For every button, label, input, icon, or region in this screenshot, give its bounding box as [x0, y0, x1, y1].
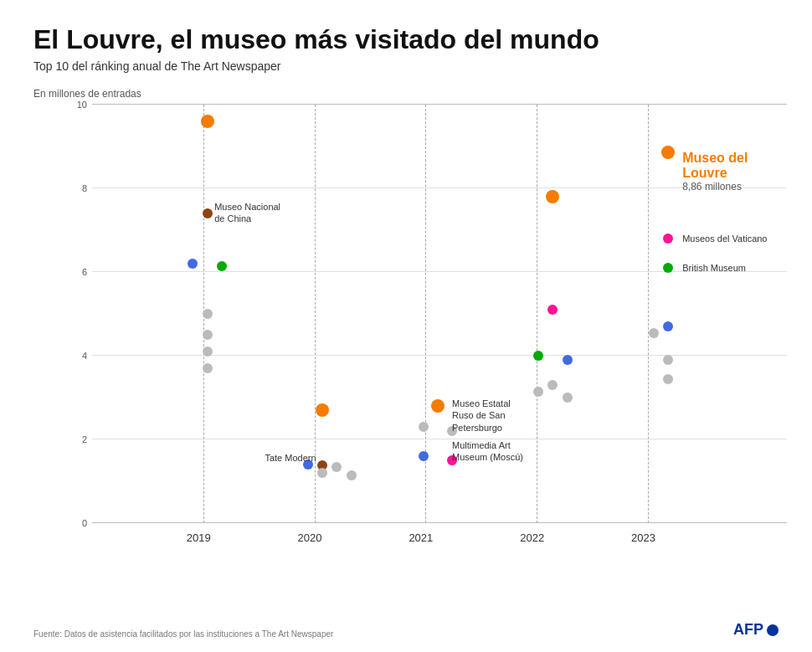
dot-2023-green	[663, 263, 673, 273]
dot-2021-louvre	[431, 399, 445, 413]
dot-2023-louvre	[661, 146, 675, 159]
dot-2019-grey2	[203, 330, 213, 340]
y-tick-10: 10	[77, 100, 87, 110]
dot-2023-blue	[663, 321, 673, 331]
x-label-2020: 2020	[298, 531, 322, 544]
dashed-2022	[537, 105, 537, 523]
dot-2023-pink	[663, 234, 673, 244]
x-label-2019: 2019	[187, 531, 211, 544]
subtitle: Top 10 del ránking anual de The Art News…	[33, 59, 779, 73]
dot-2022-louvre	[546, 190, 559, 203]
dot-2020-grey1	[331, 462, 342, 472]
afp-logo: AFP	[733, 621, 779, 639]
dot-2022-blue	[563, 355, 573, 365]
y-tick-4: 4	[82, 351, 87, 361]
annotation-multimedia: Multimedia ArtMuseum (Moscú)	[452, 439, 523, 464]
dot-2021-grey1	[419, 422, 429, 432]
dot-2019-louvre	[201, 115, 214, 128]
dot-2019-blue	[188, 259, 198, 269]
dot-2019-green	[217, 261, 227, 271]
source-text: Fuente: Datos de asistencia facilitados …	[33, 629, 333, 639]
dot-2023-grey1	[649, 328, 659, 338]
annotation-tate: Tate Modern	[265, 452, 316, 464]
y-tick-2: 2	[82, 434, 87, 444]
x-axis: 2019 2020 2021 2022 2023	[92, 531, 787, 557]
chart-area: 10 8 6 4 2 0 2019 2020 2021 2	[67, 105, 787, 557]
y-tick-0: 0	[82, 518, 87, 528]
afp-text: AFP	[733, 621, 763, 639]
dot-2022-green	[533, 351, 543, 361]
y-tick-8: 8	[82, 183, 87, 193]
dot-2019-grey1	[203, 309, 213, 319]
annotation-nacional-china: Museo Nacionalde China	[214, 201, 280, 225]
afp-dot	[767, 624, 779, 636]
dot-2020-louvre	[316, 403, 329, 417]
y-axis-label: En millones de entradas	[33, 88, 779, 100]
dot-2019-nacional-china	[203, 208, 213, 218]
annotation-vaticano: Museos del Vaticano	[682, 233, 767, 244]
annotation-british: British Museum	[682, 262, 746, 274]
dot-2022-grey2	[533, 387, 543, 397]
louvre-sublabel: 8,86 millones	[682, 181, 787, 193]
main-title: El Louvre, el museo más visitado del mun…	[33, 25, 779, 54]
dot-2022-grey3	[563, 393, 573, 403]
footer: Fuente: Datos de asistencia facilitados …	[33, 621, 779, 639]
x-label-2023: 2023	[631, 531, 655, 544]
annotation-ruso: Museo EstatalRuso de SanPetersburgo	[452, 398, 511, 434]
louvre-label: Museo del Louvre	[682, 151, 787, 181]
dot-2021-blue	[419, 451, 429, 461]
dot-2023-grey2	[663, 355, 673, 365]
dot-2019-grey3	[203, 347, 213, 357]
dot-2022-grey1	[547, 380, 558, 390]
dot-2020-grey2	[317, 468, 327, 478]
dashed-2023	[648, 105, 649, 523]
x-label-2021: 2021	[409, 531, 433, 544]
dot-2019-grey4	[203, 363, 213, 373]
dot-2023-grey3	[663, 374, 673, 384]
dot-2020-grey3	[347, 470, 357, 480]
annotation-louvre: Museo del Louvre 8,86 millones	[682, 151, 787, 193]
dot-2022-pink	[547, 305, 558, 315]
y-axis: 10 8 6 4 2 0	[67, 105, 92, 523]
x-label-2022: 2022	[520, 531, 544, 544]
y-tick-6: 6	[82, 267, 87, 277]
